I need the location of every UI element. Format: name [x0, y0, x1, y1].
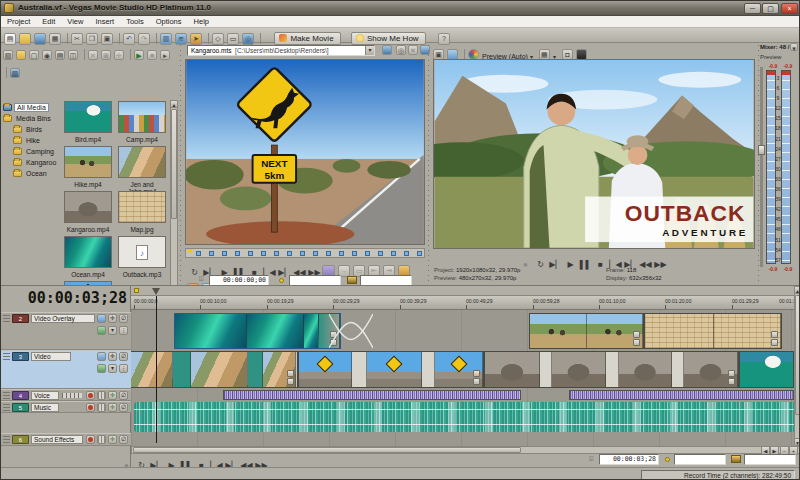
event-kangaroo-sign[interactable]	[298, 351, 484, 388]
media-thumbnail-bird[interactable]	[64, 101, 112, 133]
compositing-mode-icon[interactable]: ▾	[108, 326, 117, 335]
track-header-music[interactable]: 5 Music ✛ ∅	[1, 401, 131, 413]
mute-icon[interactable]: ∅	[119, 403, 128, 412]
scroll-up-icon[interactable]: ▲	[794, 286, 800, 294]
media-scrollbar-thumb[interactable]	[171, 109, 177, 219]
menu-edit[interactable]: Edit	[36, 16, 61, 27]
scroll-down-icon[interactable]: ▼	[794, 438, 800, 446]
event-bird[interactable]	[739, 351, 794, 388]
event-ocean[interactable]	[174, 313, 341, 349]
meter-icon[interactable]	[97, 403, 106, 412]
event-voice-waveform[interactable]	[223, 390, 521, 400]
capture-video-icon[interactable]: ▢	[29, 50, 39, 60]
event-music-waveform-right-channel[interactable]	[134, 417, 794, 432]
track-grip[interactable]	[3, 315, 10, 323]
trimmer-marker-bar[interactable]	[185, 248, 425, 258]
tree-item-camping[interactable]: Camping	[3, 146, 62, 157]
meter-icon[interactable]	[97, 435, 106, 444]
prev-frame-icon[interactable]: ◀◀	[638, 260, 653, 269]
minimize-button[interactable]: ─	[744, 3, 761, 14]
play-icon[interactable]: ▶	[563, 260, 578, 269]
track-name[interactable]: Sound Effects	[31, 435, 83, 444]
hscrollbar-thumb[interactable]	[133, 447, 521, 453]
media-thumbnail-kangaroo[interactable]	[64, 191, 112, 223]
tree-item-ocean[interactable]: Ocean	[3, 168, 62, 179]
event-fx-icons[interactable]	[473, 369, 481, 385]
bypass-motion-blur-icon[interactable]	[97, 364, 106, 373]
media-properties-icon[interactable]: ▣	[101, 50, 111, 60]
track-grip[interactable]	[3, 404, 10, 412]
track-header-video[interactable]: 3 Video ✛ ∅ ⋮ ▾	[1, 350, 131, 389]
next-frame-icon[interactable]: ▶▶	[653, 260, 668, 269]
timeline-ruler[interactable]: 00:00:00;0 00:00:10;00 00:00:19;29 00:00…	[131, 296, 794, 310]
record-arm-icon[interactable]	[86, 391, 95, 400]
selection-end-field[interactable]	[744, 454, 796, 465]
timeline-vscrollbar[interactable]: ▲ ▼	[794, 286, 800, 446]
track-header-voice[interactable]: 4 Voice ✛ ∅	[1, 389, 131, 401]
tree-item-birds[interactable]: Birds	[3, 124, 62, 135]
maximize-button[interactable]: ▢	[762, 3, 779, 14]
event-fx-icons[interactable]	[771, 330, 779, 346]
selection-start-field[interactable]	[674, 454, 726, 465]
cursor-timecode-field[interactable]: 00:00:03;28	[599, 454, 659, 465]
media-thumbnail-camp[interactable]	[118, 101, 166, 133]
loop-playback-icon[interactable]: ↻	[533, 260, 548, 269]
track-name[interactable]: Voice	[31, 391, 59, 400]
timeline-hscrollbar[interactable]: ◀ ▶ − +	[131, 446, 800, 454]
track-motion-icon[interactable]	[97, 314, 106, 323]
track-name[interactable]: Video Overlay	[31, 314, 95, 323]
new-bin-icon[interactable]: ▧	[3, 50, 13, 60]
more-icon[interactable]: ⋮	[119, 326, 128, 335]
track-fx-icon[interactable]: ✛	[108, 403, 117, 412]
remove-media-icon[interactable]: ✕	[88, 50, 98, 60]
event-hike-overlay[interactable]	[529, 313, 644, 349]
views-icon[interactable]: ▥	[10, 68, 20, 78]
timeline-content[interactable]: 00:00:00;0 00:00:10;00 00:00:19;29 00:00…	[131, 286, 794, 446]
menu-options[interactable]: Options	[150, 16, 188, 27]
event-kangaroo[interactable]	[484, 351, 739, 388]
trimmer-close-icon[interactable]: ✕	[408, 45, 418, 55]
import-media-icon[interactable]	[16, 50, 26, 60]
event-map[interactable]	[644, 313, 782, 349]
mixer-menu-icon[interactable]: ▾	[790, 43, 798, 51]
start-preview-icon[interactable]: ▶	[134, 50, 144, 60]
track-fx-icon[interactable]: ✛	[108, 391, 117, 400]
mute-icon[interactable]: ∅	[119, 391, 128, 400]
track-fx-icon[interactable]: ✛	[108, 435, 117, 444]
play-from-start-icon[interactable]: ▶▏	[548, 260, 563, 269]
media-thumbnail-hike[interactable]	[64, 146, 112, 178]
close-button[interactable]: ×	[781, 3, 798, 14]
track-header-video-overlay[interactable]: 2 Video Overlay ✛ ∅ ⋮ ▾	[1, 312, 131, 350]
menu-insert[interactable]: Insert	[89, 16, 120, 27]
stop-preview-icon[interactable]: ■	[147, 50, 157, 60]
vscrollbar-thumb[interactable]	[795, 295, 800, 415]
event-music-waveform-left-channel[interactable]	[134, 402, 794, 417]
media-scrollbar[interactable]: ▲ ▼	[170, 100, 178, 306]
mute-icon[interactable]: ∅	[119, 435, 128, 444]
auto-preview-icon[interactable]: ▸	[160, 50, 170, 60]
pause-icon[interactable]: ▌▌	[578, 260, 593, 269]
trimmer-magnify-icon[interactable]: ◎	[396, 45, 406, 55]
extract-audio-icon[interactable]: ◉	[42, 50, 52, 60]
track-name[interactable]: Video	[31, 352, 71, 361]
trimmer-cursor-marker[interactable]	[187, 249, 193, 254]
record-arm-icon[interactable]	[86, 403, 95, 412]
tree-item-hike[interactable]: Hike	[3, 135, 62, 146]
track-fx-icon[interactable]: ✛	[108, 314, 117, 323]
menu-help[interactable]: Help	[188, 16, 215, 27]
marker-indicator[interactable]	[134, 288, 139, 293]
media-thumbnail-ocean[interactable]	[64, 236, 112, 268]
menu-view[interactable]: View	[61, 16, 89, 27]
track-grip[interactable]	[3, 392, 10, 400]
preview-video-frame[interactable]: OUTBACK A D V E N T U R E	[433, 59, 755, 249]
media-fx-icon[interactable]: ✛	[114, 50, 124, 60]
capture-image-icon[interactable]: ◫	[68, 50, 78, 60]
trimmer-video-frame[interactable]: NEXT 5km	[185, 59, 425, 245]
track-fx-icon[interactable]: ✛	[108, 352, 117, 361]
timeline-timecode-display[interactable]: 00:00:03;28	[1, 289, 127, 307]
media-thumbnail-outback-mp3[interactable]: ♪	[118, 236, 166, 268]
media-thumbnail-map[interactable]	[118, 191, 166, 223]
edit-cursor[interactable]	[156, 296, 157, 443]
record-arm-icon[interactable]	[86, 435, 95, 444]
chevron-down-icon[interactable]: ▾	[365, 46, 374, 55]
